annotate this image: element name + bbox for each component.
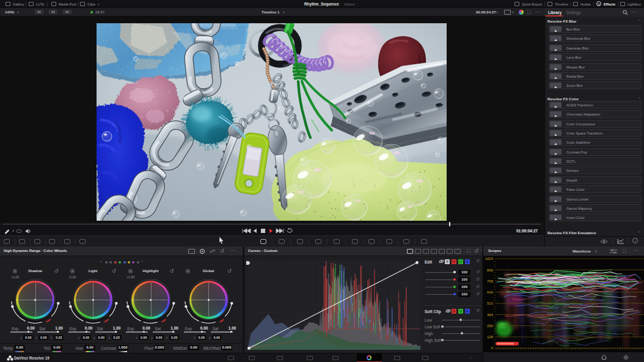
svg-text:768: 768 [487,279,494,283]
svg-text:256: 256 [487,324,494,328]
svg-text:128: 128 [487,335,494,339]
svg-text:640: 640 [487,290,494,294]
svg-text:896: 896 [487,268,494,272]
svg-text:512: 512 [487,301,494,305]
svg-text:384: 384 [487,313,494,317]
svg-text:1023: 1023 [485,257,494,260]
